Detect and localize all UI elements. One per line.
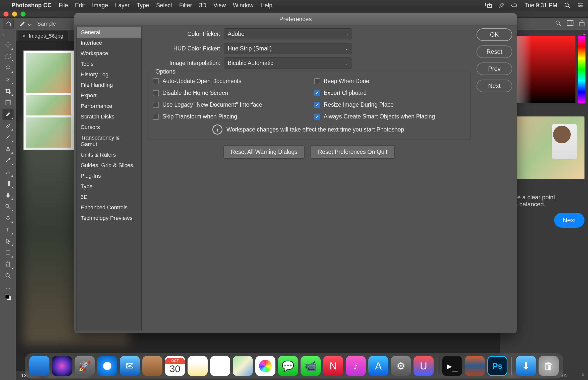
dock-photos[interactable] (255, 356, 275, 376)
checkbox-auto-update[interactable]: Auto-Update Open Documents (153, 78, 304, 85)
panel-layout-icon[interactable] (567, 20, 573, 27)
sidebar-item-tools[interactable]: Tools (77, 59, 141, 69)
spotlight-icon[interactable] (564, 2, 570, 9)
dock-books[interactable] (465, 356, 485, 376)
sidebar-item-file-handling[interactable]: File Handling (77, 80, 141, 90)
eyedropper-tool[interactable] (3, 109, 14, 120)
sidebar-item-workspace[interactable]: Workspace (77, 48, 141, 59)
checkbox-skip-transform[interactable]: Skip Transform when Placing (153, 113, 304, 120)
menu-3d[interactable]: 3D (199, 2, 206, 9)
move-tool[interactable] (3, 39, 14, 50)
sidebar-item-3d[interactable]: 3D (77, 192, 141, 202)
hand-tool[interactable] (3, 259, 14, 270)
menubar-clock[interactable]: Tue 9:31 PM (524, 2, 557, 9)
type-tool[interactable]: T (3, 224, 14, 235)
dock-mail[interactable]: ✉︎ (120, 356, 140, 376)
menu-help[interactable]: Help (260, 2, 272, 9)
blur-tool[interactable] (3, 189, 14, 201)
tool-preset-dropdown[interactable]: ⌄ (17, 20, 34, 28)
sidebar-item-history-log[interactable]: History Log (77, 69, 141, 80)
eraser-tool[interactable] (3, 166, 14, 177)
sidebar-item-general[interactable]: General (77, 27, 141, 38)
prev-button[interactable]: Prev (477, 62, 512, 75)
screen-share-icon[interactable] (485, 2, 492, 9)
brush-tool[interactable] (3, 132, 14, 143)
frame-tool[interactable] (3, 97, 14, 108)
share-icon[interactable] (579, 20, 585, 28)
dock-itunes[interactable]: ♪ (346, 356, 366, 376)
dock-appstore[interactable]: A (368, 356, 388, 376)
menu-file[interactable]: File (59, 2, 68, 9)
tutorial-next-button[interactable]: Next (554, 213, 584, 228)
ok-button[interactable]: OK (477, 28, 512, 41)
lasso-tool[interactable] (3, 62, 14, 74)
sidebar-item-tech-previews[interactable]: Technology Previews (77, 213, 141, 223)
menu-filter[interactable]: Filter (179, 2, 192, 9)
sidebar-item-export[interactable]: Export (77, 90, 141, 101)
dock-photoshop[interactable]: Ps (487, 356, 507, 376)
dock-maps[interactable] (233, 356, 253, 376)
edit-toolbar-icon[interactable]: ⋯ (3, 285, 14, 291)
dock-system-preferences[interactable]: ⚙ (391, 356, 411, 376)
tab-close-icon[interactable]: × (23, 33, 26, 39)
menu-window[interactable]: Window (233, 2, 254, 9)
dock-terminal[interactable]: ▸_ (442, 356, 462, 376)
dock-magnet[interactable]: U (414, 356, 434, 376)
control-center-icon[interactable] (577, 2, 583, 9)
hue-slider[interactable] (578, 36, 585, 103)
menu-image[interactable]: Image (92, 2, 108, 9)
dock-trash[interactable]: 🗑 (539, 356, 559, 376)
marquee-tool[interactable] (3, 51, 14, 62)
app-name[interactable]: Photoshop CC (12, 2, 52, 9)
color-picker-dropdown[interactable]: Adobe ⌄ (224, 28, 352, 39)
dock-notes[interactable] (188, 356, 208, 376)
sidebar-item-cursors[interactable]: Cursors (77, 122, 141, 133)
checkbox-smart-objects[interactable]: Always Create Smart Objects when Placing (314, 113, 465, 120)
menu-view[interactable]: View (213, 2, 226, 9)
sidebar-item-performance[interactable]: Performance (77, 101, 141, 111)
sidebar-item-interface[interactable]: Interface (77, 38, 141, 48)
sidebar-item-enhanced-controls[interactable]: Enhanced Controls (77, 202, 141, 213)
menu-select[interactable]: Select (156, 2, 172, 9)
quick-select-tool[interactable] (3, 74, 14, 85)
document-tab[interactable]: × Images_56.jpg (18, 31, 68, 41)
pen-menubar-icon[interactable] (498, 2, 505, 9)
dock-safari[interactable] (97, 356, 117, 376)
history-brush-tool[interactable] (3, 155, 14, 166)
clone-stamp-tool[interactable] (3, 143, 14, 154)
hud-picker-dropdown[interactable]: Hue Strip (Small) ⌄ (224, 43, 352, 54)
path-select-tool[interactable] (3, 236, 14, 247)
checkbox-beep[interactable]: Beep When Done (314, 78, 465, 85)
search-icon[interactable] (555, 20, 561, 28)
sidebar-item-transparency[interactable]: Transparency & Gamut (77, 133, 141, 150)
healing-brush-tool[interactable] (3, 120, 14, 131)
sidebar-item-scratch-disks[interactable]: Scratch Disks (77, 111, 141, 122)
dock-contacts[interactable] (142, 356, 162, 376)
home-button[interactable] (3, 19, 14, 29)
menu-layer[interactable]: Layer (115, 2, 130, 9)
menu-edit[interactable]: Edit (75, 2, 85, 9)
sidebar-item-units-rulers[interactable]: Units & Rulers (77, 150, 141, 160)
window-close-button[interactable] (4, 12, 9, 17)
tools-expand-icon[interactable]: » (0, 32, 7, 39)
zoom-tool[interactable] (3, 270, 14, 281)
interpolation-dropdown[interactable]: Bicubic Automatic ⌄ (224, 57, 352, 69)
checkbox-disable-home[interactable]: Disable the Home Screen (153, 90, 304, 96)
sidebar-item-plugins[interactable]: Plug-Ins (77, 171, 141, 181)
dock-downloads[interactable]: ⬇ (516, 356, 536, 376)
next-button[interactable]: Next (477, 80, 512, 92)
window-minimize-button[interactable] (12, 12, 17, 17)
sidebar-item-guides[interactable]: Guides, Grid & Slices (77, 160, 141, 171)
dock-finder[interactable] (29, 356, 49, 376)
reset-on-quit-button[interactable]: Reset Preferences On Quit (311, 145, 394, 159)
dock-launchpad[interactable]: 🚀 (75, 356, 95, 376)
checkbox-resize-place[interactable]: Resize Image During Place (314, 101, 465, 108)
dock-siri[interactable] (52, 356, 72, 376)
dock-calendar[interactable]: OCT 30 (165, 356, 185, 376)
foreground-background-swatch[interactable] (3, 292, 14, 303)
gradient-tool[interactable] (3, 178, 14, 189)
creative-cloud-icon[interactable] (511, 2, 518, 9)
crop-tool[interactable] (3, 86, 14, 97)
dock-facetime[interactable]: 📹 (301, 356, 321, 376)
checkbox-legacy-new[interactable]: Use Legacy "New Document" Interface (153, 101, 304, 108)
